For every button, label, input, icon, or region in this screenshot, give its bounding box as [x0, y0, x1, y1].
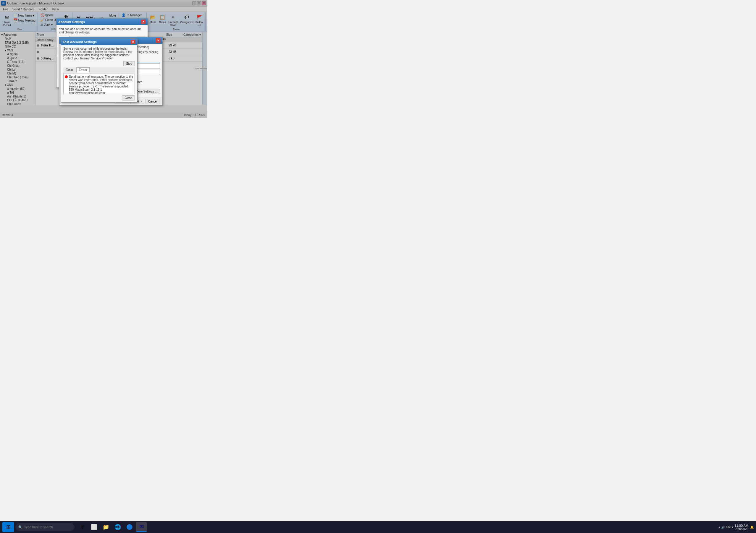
stop-button[interactable]: Stop — [123, 61, 135, 66]
test-footer: Close — [63, 94, 135, 100]
test-account-dialog: Test Account Settings ✕ Some errors occu… — [61, 38, 138, 103]
cancel-button[interactable]: Cancel — [146, 99, 160, 104]
test-description: Some errors occurred while processing th… — [63, 47, 135, 60]
test-tabs: Tasks Errors — [63, 67, 135, 72]
error-dot-icon — [65, 75, 68, 78]
test-error-item: Send test e-mail message: The connection… — [65, 75, 133, 94]
test-account-close-icon[interactable]: ✕ — [131, 39, 135, 44]
change-account-close-icon[interactable]: ✕ — [156, 38, 161, 43]
account-settings-titlebar: Account Settings ✕ — [57, 19, 148, 25]
tab-errors[interactable]: Errors — [76, 67, 90, 72]
test-error-list: Send test e-mail message: The connection… — [63, 74, 135, 94]
tab-tasks[interactable]: Tasks — [63, 67, 76, 72]
account-settings-close-icon[interactable]: ✕ — [141, 19, 146, 24]
test-account-titlebar: Test Account Settings ✕ — [61, 39, 137, 45]
test-account-title: Test Account Settings — [63, 40, 97, 44]
test-close-button[interactable]: Close — [122, 95, 135, 100]
error-message: Send test e-mail message: The connection… — [69, 75, 133, 94]
account-settings-description: You can add or remove an account. You ca… — [59, 28, 145, 34]
app-window: ✉ Outbox - backup.pst - Microsoft Outloo… — [0, 0, 207, 118]
account-settings-title: Account Settings — [58, 20, 85, 24]
